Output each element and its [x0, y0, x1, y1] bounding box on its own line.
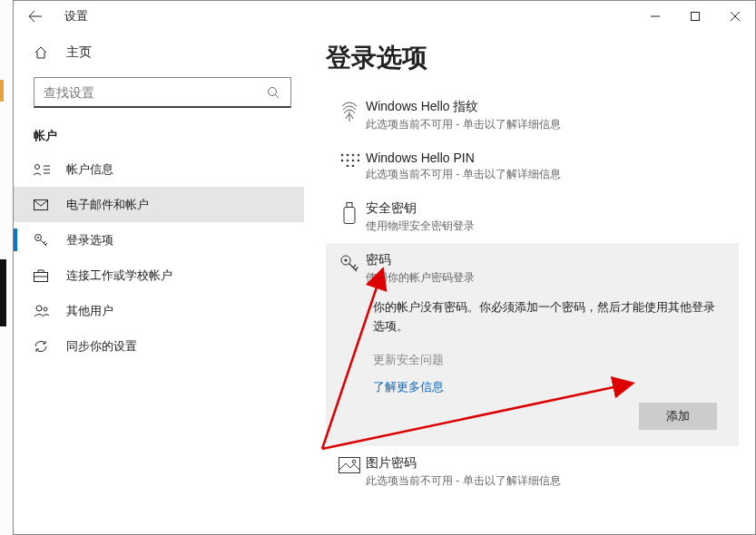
learn-more-link[interactable]: 了解更多信息: [373, 378, 717, 397]
sidebar-item-signin[interactable]: 登录选项: [14, 222, 304, 258]
option-title: Windows Hello 指纹: [366, 99, 728, 115]
option-title: 图片密码: [366, 455, 728, 472]
key-icon: [34, 233, 50, 248]
home-label: 主页: [66, 44, 92, 61]
sync-icon: [34, 339, 50, 354]
option-password[interactable]: 密码 使用你的帐户密码登录 你的帐户没有密码。你必须添加一个密码，然后才能使用其…: [326, 243, 739, 446]
settings-window: 设置 主页 帐户 帐户信息 电子邮件和帐户: [13, 0, 756, 535]
sidebar-item-label: 连接工作或学校帐户: [66, 268, 172, 284]
option-desc: 此选项当前不可用 - 单击以了解详细信息: [366, 473, 728, 489]
svg-point-13: [44, 307, 47, 311]
sidebar-item-account-info[interactable]: 帐户信息: [14, 151, 304, 187]
search-box[interactable]: [34, 77, 291, 108]
home-button[interactable]: 主页: [14, 35, 304, 70]
password-body: 你的帐户没有密码。你必须添加一个密码，然后才能使用其他登录选项。 更新安全问题 …: [333, 286, 728, 430]
svg-point-4: [35, 164, 40, 169]
option-desc: 使用物理安全密钥登录: [366, 219, 728, 234]
search-input[interactable]: [44, 85, 267, 100]
sidebar-item-email[interactable]: 电子邮件和帐户: [14, 187, 304, 222]
option-desc: 此选项当前不可用 - 单击以了解详细信息: [366, 117, 728, 132]
svg-point-18: [341, 160, 344, 162]
user-card-icon: [34, 163, 50, 176]
svg-point-15: [347, 154, 349, 157]
svg-point-23: [352, 165, 355, 167]
svg-rect-25: [344, 208, 355, 224]
add-button[interactable]: 添加: [639, 403, 717, 430]
section-label: 帐户: [14, 108, 304, 151]
option-title: 密码: [366, 252, 728, 268]
option-desc: 此选项当前不可用 - 单击以了解详细信息: [366, 167, 728, 182]
pin-icon: [333, 151, 366, 182]
usb-key-icon: [333, 200, 366, 234]
svg-point-16: [352, 154, 355, 157]
window-controls: [635, 3, 755, 30]
svg-point-29: [352, 460, 356, 463]
option-fingerprint[interactable]: Windows Hello 指纹 此选项当前不可用 - 单击以了解详细信息: [326, 90, 739, 141]
svg-point-12: [36, 306, 42, 311]
minimize-button[interactable]: [635, 3, 675, 30]
option-desc: 使用你的帐户密码登录: [366, 270, 728, 286]
sidebar-item-sync[interactable]: 同步你的设置: [14, 328, 304, 364]
sidebar-item-label: 其他用户: [66, 303, 113, 319]
sidebar-item-label: 电子邮件和帐户: [66, 197, 149, 213]
mail-icon: [34, 199, 50, 210]
briefcase-icon: [34, 269, 50, 282]
search-icon: [267, 86, 281, 99]
main-panel: 登录选项 Windows Hello 指纹 此选项当前不可用 - 单击以了解详细…: [304, 32, 755, 534]
update-questions: 更新安全问题: [373, 351, 717, 370]
svg-point-27: [345, 259, 348, 262]
password-message: 你的帐户没有密码。你必须添加一个密码，然后才能使用其他登录选项。: [373, 300, 715, 333]
svg-point-19: [347, 160, 349, 162]
sidebar-item-work[interactable]: 连接工作或学校帐户: [14, 258, 304, 293]
svg-point-20: [352, 160, 355, 162]
page-title: 登录选项: [326, 41, 739, 75]
users-icon: [34, 305, 50, 317]
svg-rect-1: [692, 13, 700, 21]
option-picture-password[interactable]: 图片密码 此选项当前不可用 - 单击以了解详细信息: [326, 446, 739, 498]
titlebar: 设置: [14, 1, 755, 32]
option-title: Windows Hello PIN: [366, 151, 728, 165]
content: 主页 帐户 帐户信息 电子邮件和帐户 登录选项 连接工作或学校帐户: [14, 32, 755, 534]
svg-rect-24: [347, 203, 352, 208]
fingerprint-icon: [333, 99, 366, 132]
maximize-button[interactable]: [675, 3, 715, 30]
svg-point-2: [269, 87, 277, 95]
sidebar-item-other-users[interactable]: 其他用户: [14, 293, 304, 328]
svg-line-3: [276, 94, 280, 98]
svg-rect-28: [339, 458, 360, 473]
option-security-key[interactable]: 安全密钥 使用物理安全密钥登录: [326, 191, 739, 243]
home-icon: [34, 45, 50, 60]
svg-point-14: [341, 154, 344, 157]
picture-icon: [333, 455, 366, 489]
sidebar-item-label: 帐户信息: [66, 161, 113, 178]
sidebar-item-label: 登录选项: [66, 232, 113, 248]
close-button[interactable]: [715, 3, 755, 30]
option-pin[interactable]: Windows Hello PIN 此选项当前不可用 - 单击以了解详细信息: [326, 141, 739, 191]
svg-point-17: [358, 154, 359, 157]
svg-rect-8: [34, 199, 48, 209]
back-button[interactable]: [26, 7, 44, 25]
svg-point-22: [347, 165, 349, 167]
sidebar-item-label: 同步你的设置: [66, 338, 137, 355]
option-title: 安全密钥: [366, 200, 728, 217]
sidebar: 主页 帐户 帐户信息 电子邮件和帐户 登录选项 连接工作或学校帐户: [14, 32, 304, 534]
key-icon: [333, 252, 366, 286]
window-title: 设置: [64, 8, 88, 24]
svg-point-21: [358, 160, 359, 162]
svg-point-10: [37, 237, 39, 238]
